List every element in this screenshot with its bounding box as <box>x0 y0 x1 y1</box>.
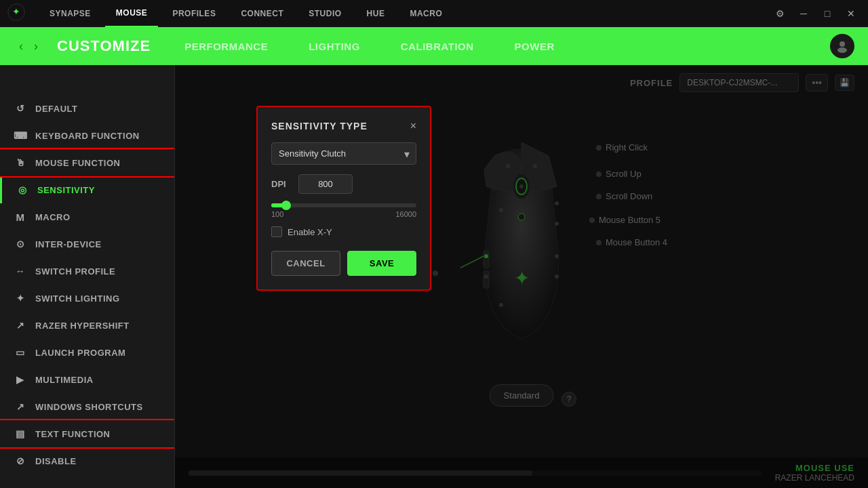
tab-lighting[interactable]: LIGHTING <box>288 27 380 65</box>
user-avatar[interactable] <box>830 34 854 58</box>
sidebar-item-launch-program[interactable]: ▭ LAUNCH PROGRAM <box>0 339 174 366</box>
dpi-input[interactable] <box>298 174 353 194</box>
nav-item-studio[interactable]: STUDIO <box>298 0 352 27</box>
sidebar-item-mouse-function[interactable]: 🖱 MOUSE FUNCTION <box>0 149 174 176</box>
enable-xy-checkbox-row: Enable X-Y <box>271 226 416 237</box>
dpi-label: DPI <box>271 179 292 189</box>
dialog-buttons: CANCEL SAVE <box>271 251 416 276</box>
second-nav-title: CUSTOMIZE <box>43 37 164 55</box>
launch-icon: ▭ <box>14 346 27 359</box>
razer-logo: ✦ <box>7 3 28 24</box>
dpi-slider-wrapper: 100 16000 <box>271 203 416 218</box>
hypershift-icon: ↗ <box>14 319 27 332</box>
close-icon[interactable]: ✕ <box>841 3 861 24</box>
tab-power[interactable]: POWER <box>494 27 575 65</box>
multimedia-icon: ▶ <box>14 373 27 386</box>
sensitivity-dialog: SENSITIVITY TYPE × Sensitivity Clutch DP… <box>256 106 431 291</box>
default-icon: ↺ <box>14 102 27 115</box>
sidebar-item-switch-profile[interactable]: ↔ SWITCH PROFILE <box>0 258 174 285</box>
sidebar-item-windows-shortcuts[interactable]: ↗ WINDOWS SHORTCUTS <box>0 393 174 420</box>
maximize-icon[interactable]: □ <box>817 3 837 24</box>
switch-lighting-icon: ✦ <box>14 291 27 305</box>
mouse-function-icon: 🖱 <box>14 156 27 169</box>
dialog-title: SENSITIVITY TYPE <box>271 121 368 131</box>
nav-item-profiles[interactable]: PROFILES <box>161 0 226 27</box>
cancel-button[interactable]: CANCEL <box>271 251 340 276</box>
settings-icon[interactable]: ⚙ <box>770 3 790 24</box>
slider-min-label: 100 <box>271 210 283 218</box>
top-nav-bar: ✦ SYNAPSE MOUSE PROFILES CONNECT STUDIO … <box>0 0 868 27</box>
nav-item-connect[interactable]: CONNECT <box>230 0 294 27</box>
sidebar-menu-toggle[interactable] <box>0 72 20 95</box>
sensitivity-type-dropdown[interactable]: Sensitivity Clutch DPI Up DPI Down Cycle… <box>271 142 416 165</box>
text-function-icon: ▤ <box>14 427 27 441</box>
slider-max-label: 16000 <box>395 210 416 218</box>
svg-text:✦: ✦ <box>12 6 20 17</box>
inter-device-icon: ⊙ <box>14 237 27 251</box>
nav-item-synapse[interactable]: SYNAPSE <box>39 0 102 27</box>
enable-xy-label: Enable X-Y <box>288 227 332 237</box>
nav-item-hue[interactable]: HUE <box>356 0 396 27</box>
macro-icon: M <box>14 210 27 224</box>
sidebar-item-default[interactable]: ↺ DEFAULT <box>0 95 174 122</box>
sidebar-item-sensitivity[interactable]: ◎ SENSITIVITY <box>0 176 174 203</box>
tab-calibration[interactable]: CALIBRATION <box>380 27 494 65</box>
sidebar-item-switch-lighting[interactable]: ✦ SWITCH LIGHTING <box>0 285 174 312</box>
tab-performance[interactable]: PERFORMANCE <box>164 27 288 65</box>
enable-xy-checkbox[interactable] <box>271 226 282 237</box>
minimize-icon[interactable]: ─ <box>793 3 814 24</box>
sidebar-item-inter-device[interactable]: ⊙ INTER-DEVICE <box>0 230 174 258</box>
sidebar-item-macro[interactable]: M MACRO <box>0 203 174 230</box>
sensitivity-icon: ◎ <box>16 183 29 197</box>
dpi-slider-thumb[interactable] <box>281 201 291 210</box>
sidebar-item-text-function[interactable]: ▤ TEXT FUNCTION <box>0 420 174 447</box>
sensitivity-type-dropdown-wrapper: Sensitivity Clutch DPI Up DPI Down Cycle… <box>271 142 416 165</box>
back-arrow[interactable]: ‹ <box>14 39 28 54</box>
dialog-overlay: SENSITIVITY TYPE × Sensitivity Clutch DP… <box>175 65 868 488</box>
sidebar: ↺ DEFAULT ⌨ KEYBOARD FUNCTION 🖱 MOUSE FU… <box>0 65 175 488</box>
dpi-row: DPI <box>271 174 416 194</box>
dialog-header: SENSITIVITY TYPE × <box>271 121 416 131</box>
nav-item-macro[interactable]: MACRO <box>399 0 453 27</box>
second-nav-bar: ‹ › CUSTOMIZE PERFORMANCE LIGHTING CALIB… <box>0 27 868 65</box>
switch-profile-icon: ↔ <box>14 264 27 278</box>
keyboard-icon: ⌨ <box>14 129 27 142</box>
nav-item-mouse[interactable]: MOUSE <box>105 0 159 27</box>
svg-point-3 <box>837 47 847 53</box>
save-button[interactable]: SAVE <box>347 251 416 276</box>
sidebar-item-keyboard-function[interactable]: ⌨ KEYBOARD FUNCTION <box>0 122 174 149</box>
disable-icon: ⊘ <box>14 454 27 468</box>
sidebar-item-disable[interactable]: ⊘ DISABLE <box>0 447 174 474</box>
svg-point-2 <box>840 41 845 47</box>
dialog-close-button[interactable]: × <box>410 121 416 131</box>
main-layout: ↺ DEFAULT ⌨ KEYBOARD FUNCTION 🖱 MOUSE FU… <box>0 65 868 488</box>
sidebar-item-razer-hypershift[interactable]: ↗ RAZER HYPERSHIFT <box>0 312 174 339</box>
dpi-slider-track <box>271 203 416 207</box>
dpi-slider-labels: 100 16000 <box>271 210 416 218</box>
main-content: PROFILE DESKTOP-CJ2MSMC-... ••• 💾 Left C… <box>175 65 868 488</box>
forward-arrow[interactable]: › <box>28 39 43 54</box>
sidebar-item-multimedia[interactable]: ▶ MULTIMEDIA <box>0 366 174 393</box>
windows-shortcuts-icon: ↗ <box>14 400 27 413</box>
